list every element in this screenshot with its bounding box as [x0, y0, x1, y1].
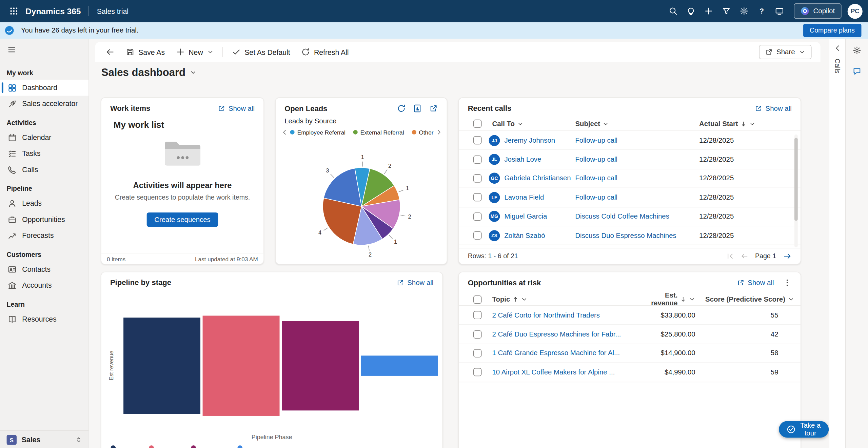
column-header-est-revenue[interactable]: Est. revenue	[640, 291, 695, 307]
dashboard-selector-button[interactable]	[190, 69, 197, 76]
set-as-default-button[interactable]: Set As Default	[227, 44, 295, 60]
recent-call-row[interactable]: MGMiguel GarciaDiscuss Cold Coffee Machi…	[459, 207, 801, 226]
refresh-chart-button[interactable]	[397, 104, 406, 113]
rail-settings-button[interactable]	[850, 43, 864, 57]
sidebar-toggle-button[interactable]	[3, 41, 20, 58]
opportunity-row[interactable]: 10 Airpot XL Coffee Makers for Alpine ..…	[459, 363, 801, 382]
area-switcher[interactable]: S Sales	[0, 430, 88, 448]
pipeline-show-all-link[interactable]: Show all	[396, 279, 434, 286]
row-checkbox[interactable]	[473, 136, 481, 144]
row-checkbox[interactable]	[473, 155, 481, 163]
row-checkbox[interactable]	[473, 193, 481, 201]
row-checkbox[interactable]	[473, 174, 481, 182]
column-header-topic[interactable]: Topic	[489, 296, 640, 303]
subject-link[interactable]: Follow-up call	[575, 194, 617, 201]
select-all-checkbox[interactable]	[473, 295, 481, 303]
legend-prev-button[interactable]	[281, 129, 288, 136]
sidebar-item-resources[interactable]: Resources	[0, 311, 88, 327]
row-checkbox[interactable]	[473, 368, 481, 376]
row-checkbox[interactable]	[473, 212, 481, 221]
share-button[interactable]: Share	[759, 45, 812, 59]
sidebar-item-calls[interactable]: Calls	[0, 162, 88, 178]
app-name[interactable]: Sales trial	[97, 7, 129, 15]
opportunity-row[interactable]: 1 Café Grande Espresso Machine for Al...…	[459, 344, 801, 363]
call-to-link[interactable]: Lavona Field	[504, 194, 544, 201]
new-button[interactable]: New	[171, 44, 218, 60]
column-header-subject[interactable]: Subject	[575, 120, 699, 127]
recent-calls-show-all-link[interactable]: Show all	[754, 104, 792, 112]
sidebar-item-calendar[interactable]: Calendar	[0, 129, 88, 145]
subject-link[interactable]: Discuss Cold Coffee Machines	[575, 212, 669, 220]
first-page-button[interactable]	[726, 252, 734, 260]
topic-link[interactable]: 2 Café Corto for Northwind Traders	[492, 311, 600, 319]
ideas-button[interactable]	[683, 3, 699, 19]
app-launcher-button[interactable]	[5, 3, 22, 19]
sidebar-item-accounts[interactable]: Accounts	[0, 277, 88, 293]
column-header-call-to[interactable]: Call To	[489, 120, 575, 127]
call-to-link[interactable]: Jeremy Johnson	[504, 137, 555, 144]
sidebar-item-dashboard[interactable]: Dashboard	[0, 80, 88, 96]
recent-call-row[interactable]: JJJeremy JohnsonFollow-up call12/28/2025	[459, 131, 801, 150]
subject-link[interactable]: Follow-up call	[575, 137, 617, 144]
subject-link[interactable]: Follow-up call	[575, 175, 617, 182]
opportunity-row[interactable]: 2 Café Corto for Northwind Traders$33,80…	[459, 306, 801, 325]
sidebar-item-tasks[interactable]: Tasks	[0, 145, 88, 161]
sidebar-item-contacts[interactable]: Contacts	[0, 261, 88, 277]
subject-link[interactable]: Discuss Duo Espresso Machines	[575, 232, 676, 240]
call-to-link[interactable]: Miguel Garcia	[504, 212, 547, 220]
take-a-tour-button[interactable]: Take a tour	[779, 421, 829, 437]
pipeline-funnel-chart[interactable]	[101, 272, 443, 448]
row-checkbox[interactable]	[473, 330, 481, 338]
more-options-button[interactable]	[783, 278, 792, 287]
column-header-score[interactable]: Score (Predictive Score)	[695, 296, 801, 303]
sidebar-item-sales-accelerator[interactable]: Sales accelerator	[0, 96, 88, 111]
back-button[interactable]	[101, 44, 120, 60]
copilot-button[interactable]: Copilot	[794, 3, 841, 19]
call-to-link[interactable]: Josiah Love	[504, 156, 541, 163]
devices-button[interactable]	[771, 3, 788, 19]
lightbulb-icon	[687, 7, 695, 16]
call-to-link[interactable]: Zoltán Szabó	[504, 232, 545, 240]
work-items-show-all-link[interactable]: Show all	[217, 104, 255, 112]
help-button[interactable]: ?	[753, 3, 770, 19]
settings-button[interactable]	[736, 3, 752, 19]
subject-link[interactable]: Follow-up call	[575, 156, 617, 163]
sidebar-item-opportunities[interactable]: Opportunities	[0, 211, 88, 227]
create-sequences-button[interactable]: Create sequences	[146, 212, 218, 227]
topic-link[interactable]: 2 Café Duo Espresso Machines for Fabr...	[492, 330, 621, 338]
compare-plans-button[interactable]: Compare plans	[803, 24, 861, 37]
row-checkbox[interactable]	[473, 231, 481, 240]
expand-chart-button[interactable]	[429, 104, 438, 113]
recent-call-row[interactable]: GCGabriela ChristiansenFollow-up call12/…	[459, 169, 801, 188]
topic-link[interactable]: 10 Airpot XL Coffee Makers for Alpine ..…	[492, 368, 615, 376]
recent-call-row[interactable]: JLJosiah LoveFollow-up call12/28/2025	[459, 150, 801, 169]
scrollbar-thumb[interactable]	[794, 138, 798, 221]
table-scrollbar[interactable]	[794, 135, 798, 247]
view-records-button[interactable]	[413, 104, 422, 113]
topic-link[interactable]: 1 Café Grande Espresso Machine for Al...	[492, 349, 620, 357]
call-to-link[interactable]: Gabriela Christiansen	[504, 175, 571, 182]
account-avatar[interactable]: PC	[848, 4, 863, 19]
recent-call-row[interactable]: ZSZoltán SzabóDiscuss Duo Espresso Machi…	[459, 226, 801, 245]
sidebar-item-leads[interactable]: Leads	[0, 195, 88, 211]
brand-title[interactable]: Dynamics 365	[25, 6, 81, 16]
select-all-checkbox[interactable]	[473, 120, 481, 128]
next-page-button[interactable]	[783, 252, 792, 261]
row-checkbox[interactable]	[473, 311, 481, 319]
chevron-down-icon	[689, 296, 695, 303]
column-header-actual-start[interactable]: Actual Start	[699, 120, 801, 127]
refresh-all-button[interactable]: Refresh All	[296, 44, 354, 60]
opportunity-row[interactable]: 2 Café Duo Espresso Machines for Fabr...…	[459, 325, 801, 344]
search-button[interactable]	[665, 3, 682, 19]
sidebar-item-forecasts[interactable]: Forecasts	[0, 227, 88, 243]
expand-pane-button[interactable]	[833, 44, 841, 52]
filter-button[interactable]	[718, 3, 735, 19]
row-checkbox[interactable]	[473, 349, 481, 357]
rail-copilot-chat-button[interactable]	[850, 64, 864, 78]
quick-create-button[interactable]	[700, 3, 717, 19]
opportunities-show-all-link[interactable]: Show all	[737, 279, 774, 287]
recent-call-row[interactable]: LFLavona FieldFollow-up call12/28/2025	[459, 188, 801, 207]
legend-next-button[interactable]	[436, 129, 442, 136]
previous-page-button[interactable]	[741, 252, 748, 260]
save-as-button[interactable]: Save As	[121, 44, 170, 60]
